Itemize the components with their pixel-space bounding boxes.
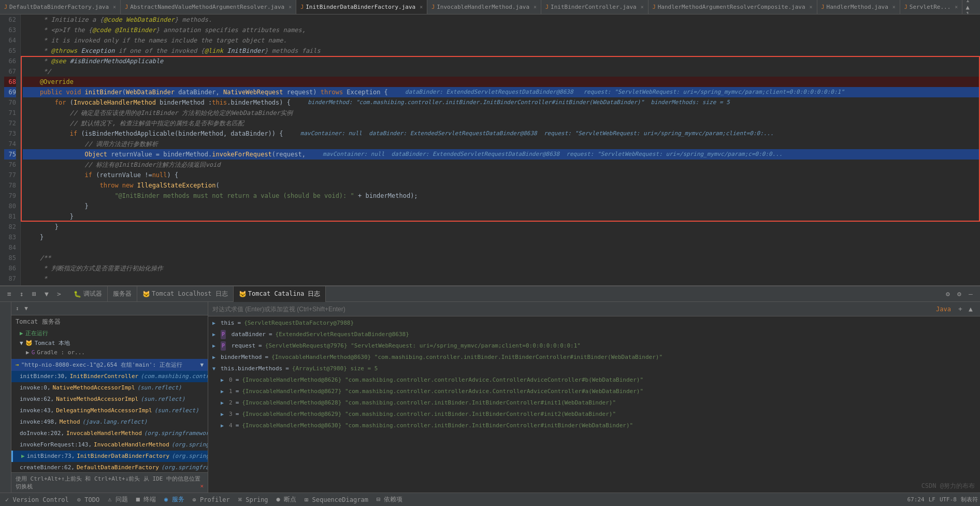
code-editor[interactable]: 62 63 64 65 66 67 68 69 70 71 72 73 74 7… <box>0 15 980 285</box>
close-status-icon[interactable]: × <box>200 483 204 489</box>
code-line-81: } <box>23 211 980 222</box>
java-icon-4: J <box>431 4 435 10</box>
var-bm-3[interactable]: ▶ 3 = {InvocableHandlerMethod@8629} "com… <box>208 409 980 420</box>
panel-status-bar: 使用 Ctrl+Alt+↑上前头 和 Ctrl+Alt+↓前头 从 IDE 中的… <box>11 472 208 493</box>
panel-tab-debugger[interactable]: 🐛 调试器 <box>68 286 108 302</box>
indent-label: 制表符 <box>961 496 978 503</box>
gradle-item[interactable]: ▶ G Gradle : or... <box>11 348 208 357</box>
var-request[interactable]: ▶ P request = {ServletWebRequest@7976} "… <box>208 340 980 352</box>
vars-panel: Java + ▲ ▶ this = {ServletRequestDataFac… <box>208 302 980 493</box>
vars-arrow-up-icon[interactable]: ▲ <box>965 304 976 314</box>
tab-close-3[interactable]: × <box>420 4 423 10</box>
panel-tab-server[interactable]: 服务器 <box>108 286 137 302</box>
tomcat-local-item[interactable]: ▼ 🐱 Tomcat 本地 <box>11 338 208 348</box>
panel-icon-list[interactable]: ≡ <box>4 289 15 299</box>
panel-config-icon[interactable]: ⚙ <box>954 289 964 299</box>
toolbar-sequence-diagram[interactable]: ⊞ SequenceDiagram <box>301 495 371 504</box>
toolbar-profiler[interactable]: ⊕ Profiler <box>190 495 233 504</box>
running-item[interactable]: ▶ 正在运行 <box>11 328 208 338</box>
code-content[interactable]: * Initialize a {@code WebDataBinder} met… <box>21 15 980 285</box>
stack-frame-7[interactable]: ▶ initBinder:73, InitBinderDataBinderFac… <box>11 451 208 462</box>
tab-8[interactable]: J ServletRe... × <box>900 0 963 15</box>
toolbar-todo[interactable]: ⊙ TODO <box>74 495 103 504</box>
tab-3[interactable]: J InitBinderDataBinderFactory.java × <box>296 0 427 15</box>
services-sidebar-label[interactable]: 服务 <box>0 302 11 493</box>
var-bindermethod[interactable]: ▶ binderMethod = {InvocableHandlerMethod… <box>208 352 980 363</box>
more-tabs[interactable]: ⚠ 1 ▲ 1 ▼ <box>962 0 980 15</box>
toolbar-dependencies[interactable]: ⊟ 依赖项 <box>373 494 406 505</box>
tab-close-1[interactable]: × <box>113 4 116 10</box>
vars-expression-input[interactable] <box>212 306 932 313</box>
ln-85: 85 <box>4 253 16 263</box>
var-bm-1[interactable]: ▶ 1 = {InvocableHandlerMethod@8627} "com… <box>208 386 980 397</box>
vars-plus-icon[interactable]: + <box>955 304 965 314</box>
tab-close-4[interactable]: × <box>534 4 537 10</box>
panel-tab-tomcat-local[interactable]: 🐱 Tomcat Localhost 日志 <box>137 286 234 302</box>
tab-2[interactable]: J AbstractNamedValueMethodArgumentResolv… <box>121 0 296 15</box>
panel-settings-icon[interactable]: ⚙ <box>943 289 953 299</box>
panel-right-buttons: ⚙ ⚙ — <box>943 289 976 299</box>
var-bm-2[interactable]: ▶ 2 = {InvocableHandlerMethod@8628} "com… <box>208 397 980 409</box>
filter-tree-icon[interactable]: ▼ <box>24 305 28 312</box>
toolbar-services[interactable]: ◉ 服务 <box>161 494 187 505</box>
panel-icon-filter[interactable]: ▼ <box>41 289 52 299</box>
panel-icon-grid[interactable]: ⊞ <box>29 289 39 299</box>
tab-close-6[interactable]: × <box>810 4 813 10</box>
panel-icon-next[interactable]: > <box>54 289 64 299</box>
line-ending: LF <box>929 496 935 503</box>
ln-78: 78 <box>4 180 16 191</box>
var-this[interactable]: ▶ this = {ServletRequestDataFactory@7988… <box>208 317 980 329</box>
ln-77: 77 <box>4 170 16 180</box>
code-line-71: // 确定是否应该使用的@InitBinder 方法初始化给定的WebDataB… <box>23 108 980 118</box>
code-line-62: * Initialize a {@code WebDataBinder} met… <box>23 15 980 25</box>
code-line-79: "@InitBinder methods must not return a v… <box>23 191 980 201</box>
tab-label-6: HandlerMethodArgumentResolverComposite.j… <box>658 4 805 10</box>
toolbar-breakpoints[interactable]: ● 断点 <box>273 494 299 505</box>
tab-close-7[interactable]: × <box>892 4 896 10</box>
debug-sidebar: ↕ ▼ Tomcat 服务器 ▶ 正在运行 ▼ 🐱 Tomcat 本地 ▶ <box>11 302 208 493</box>
tab-5[interactable]: J InitBinderController.java × <box>541 0 648 15</box>
stack-frame-3[interactable]: invoke:43, DelegatingMethodAccessorImpl … <box>11 405 208 416</box>
var-bm-0[interactable]: ▶ 0 = {InvocableHandlerMethod@8626} "com… <box>208 374 980 386</box>
tab-close-8[interactable]: × <box>955 4 958 10</box>
toolbar-terminal[interactable]: ■ 终端 <box>133 494 159 505</box>
toolbar-spring[interactable]: ⌘ Spring <box>235 495 271 504</box>
var-bindermethods[interactable]: ▼ this.binderMethods = {ArrayList@7980} … <box>208 363 980 374</box>
panel-minimize-icon[interactable]: — <box>965 289 976 299</box>
toolbar-version-control[interactable]: ✓ Version Control <box>2 495 72 504</box>
panel-icon-down[interactable]: ↕ <box>17 289 27 299</box>
tab-close-5[interactable]: × <box>641 4 644 10</box>
ln-67: 67 <box>4 66 16 77</box>
stack-frame-1[interactable]: invoke:0, NativeMethodAccessorImpl (sun.… <box>11 382 208 394</box>
ln-74: 74 <box>4 139 16 149</box>
encoding-label: UTF-8 <box>940 496 957 503</box>
tab-label-4: InvocableHandlerMethod.java <box>437 4 529 10</box>
ln-72: 72 <box>4 118 16 128</box>
tab-7[interactable]: J HandlerMethod.java × <box>817 0 900 15</box>
tab-6[interactable]: J HandlerMethodArgumentResolverComposite… <box>648 0 817 15</box>
thread-filter-icon[interactable]: ▼ <box>200 362 204 368</box>
tab-4[interactable]: J InvocableHandlerMethod.java × <box>427 0 541 15</box>
tab-1[interactable]: J DefaultDataBinderFactory.java × <box>0 0 121 15</box>
ln-75: 75 <box>4 149 16 160</box>
code-line-66: * @see #isBinderMethodApplicable <box>23 56 980 66</box>
ln-71: 71 <box>4 108 16 118</box>
panel-tab-tomcat-catalina[interactable]: 🐱 Tomcat Catalina 日志 <box>234 286 326 302</box>
var-bm-4[interactable]: ▶ 4 = {InvocableHandlerMethod@8630} "com… <box>208 420 980 431</box>
stack-frame-2[interactable]: invoke:62, NativeMethodAccessorImpl (sun… <box>11 394 208 405</box>
code-line-88: * Determine whether the given [{@code @I… <box>23 284 980 285</box>
stack-frame-5[interactable]: doInvoke:202, InvocableHandlerMethod (or… <box>11 428 208 439</box>
java-icon-7: J <box>822 4 825 10</box>
tab-close-2[interactable]: × <box>289 4 292 10</box>
code-line-87: * <box>23 273 980 284</box>
stack-frame-8[interactable]: createBinder:62, DefaultDataBinderFactor… <box>11 462 208 472</box>
stack-frame-4[interactable]: invoke:498, Method (java.lang.reflect) <box>11 416 208 428</box>
var-databinder[interactable]: ▶ P dataBinder = {ExtendedServletRequest… <box>208 329 980 340</box>
toolbar-problems[interactable]: ⚠ 问题 <box>105 494 131 505</box>
sort-icon[interactable]: ↕ <box>16 305 19 312</box>
ln-70: 70 <box>4 97 16 108</box>
stack-frame-0[interactable]: initBinder:30, InitBinderController (com… <box>11 371 208 382</box>
stack-frame-6[interactable]: invokeForRequest:143, InvocableHandlerMe… <box>11 439 208 451</box>
tomcat-header-text: Tomcat 服务器 <box>16 317 61 326</box>
panel-tab-label-server: 服务器 <box>113 290 132 298</box>
